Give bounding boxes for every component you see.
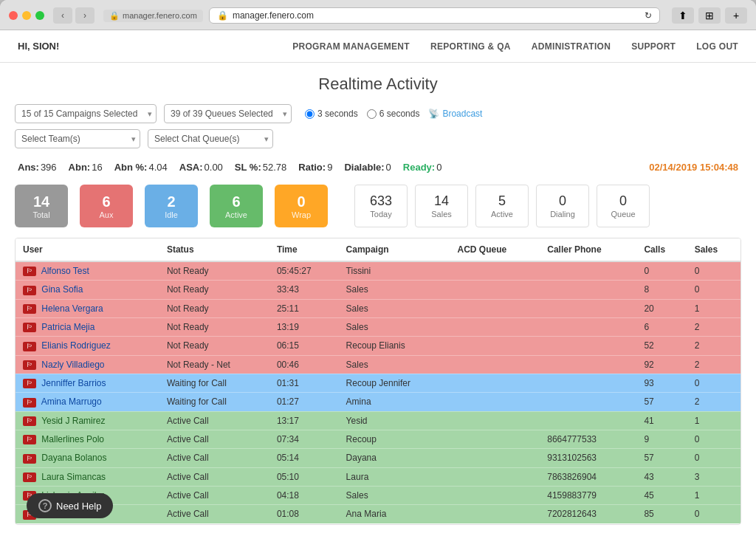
cell-caller-phone [540, 317, 636, 336]
user-link[interactable]: Yesid J Ramirez [41, 416, 105, 426]
user-link[interactable]: Laura Simancas [41, 472, 106, 482]
nav-logout[interactable]: LOG OUT [696, 41, 738, 52]
agents-table: User Status Time Campaign ACD Queue Call… [16, 238, 740, 524]
table-row: 🏳 Ana M Torres Active Call 01:08 Ana Mar… [16, 505, 740, 523]
cell-calls: 20 [636, 299, 687, 317]
cell-user: 🏳 Jenniffer Barrios [16, 374, 159, 392]
user-link[interactable]: Mallerlines Polo [41, 434, 104, 444]
user-link[interactable]: Amina Marrugo [41, 396, 102, 407]
chat-queues-select[interactable]: Select Chat Queue(s) [148, 129, 273, 148]
cell-time: 33:43 [269, 281, 339, 299]
stat-ready: Ready: 0 [403, 162, 442, 173]
user-link[interactable]: Elianis Rodriguez [41, 340, 110, 351]
user-link[interactable]: Dayana Bolanos [41, 453, 106, 463]
dialing-num: 0 [559, 193, 566, 210]
stat-sl: SL %: 52.78 [235, 162, 286, 173]
cell-status: Not Ready [159, 281, 269, 299]
stat-asa: ASA: 0.00 [179, 162, 223, 173]
cell-sales: 2 [687, 393, 740, 411]
need-help-button[interactable]: ? Need Help [27, 493, 113, 518]
queues-filter-wrapper: 39 of 39 Queues Selected [164, 104, 292, 123]
th-caller-phone: Caller Phone [540, 238, 636, 261]
cell-campaign: Laura [339, 467, 450, 486]
cell-time: 01:08 [269, 505, 339, 523]
flag-icon: 🏳 [23, 323, 36, 332]
maximize-button[interactable] [35, 11, 44, 20]
cell-time: 05:14 [269, 449, 339, 467]
cell-acd-queue [450, 281, 540, 299]
table-row: 🏳 Gina Sofia Not Ready 33:43 Sales 8 0 [16, 281, 740, 299]
url-bar[interactable]: 🔒 manager.fenero.com ↻ [209, 7, 660, 24]
close-button[interactable] [9, 11, 18, 20]
cell-sales: 2 [687, 337, 740, 355]
stats-bar: Ans: 396 Abn: 16 Abn %: 4.04 ASA: 0.00 [15, 157, 741, 177]
radio-3sec[interactable] [305, 109, 315, 119]
browser-window: ‹ › 🔒 manager.fenero.com 🔒 manager.fener… [0, 0, 756, 536]
cell-calls: 92 [636, 355, 687, 374]
cell-caller-phone: 9313102563 [540, 449, 636, 467]
user-link[interactable]: Alfonso Test [41, 266, 89, 276]
today-num: 633 [370, 193, 392, 210]
cell-calls: 52 [636, 337, 687, 355]
cell-user: 🏳 Amina Marrugo [16, 393, 159, 411]
cell-sales: 0 [687, 281, 740, 299]
cell-acd-queue [450, 449, 540, 467]
cell-acd-queue [450, 317, 540, 336]
cell-caller-phone [540, 393, 636, 411]
nav-reporting-qa[interactable]: REPORTING & QA [430, 41, 511, 52]
teams-select[interactable]: Select Team(s) [15, 129, 140, 148]
nav-support[interactable]: SUPPORT [631, 41, 676, 52]
broadcast-link[interactable]: 📡 Broadcast [428, 109, 482, 119]
wrap-num: 0 [297, 193, 305, 210]
queues-select[interactable]: 39 of 39 Queues Selected [164, 104, 292, 123]
back-button[interactable]: ‹ [53, 7, 72, 24]
minimize-button[interactable] [22, 11, 31, 20]
main-content: Realtime Activity 15 of 15 Campaigns Sel… [0, 63, 756, 536]
table-row: 🏳 Nazly Villadiego Not Ready - Net 00:46… [16, 355, 740, 374]
flag-icon: 🏳 [23, 379, 36, 388]
cell-caller-phone: 7863826904 [540, 467, 636, 486]
add-tab-button[interactable]: + [725, 7, 747, 24]
radio-6sec[interactable] [367, 109, 377, 119]
call-stat-today: 633 Today [354, 185, 408, 227]
forward-button[interactable]: › [75, 7, 94, 24]
cell-calls: 43 [636, 467, 687, 486]
extensions-button[interactable]: ⊞ [698, 7, 721, 24]
nav-program-management[interactable]: PROGRAM MANAGEMENT [292, 41, 410, 52]
user-link[interactable]: Helena Vergara [41, 303, 103, 314]
traffic-lights [9, 11, 44, 20]
idle-lbl: Idle [165, 210, 178, 219]
idle-num: 2 [167, 193, 175, 210]
stat-ans: Ans: 396 [18, 162, 57, 173]
today-lbl: Today [370, 210, 391, 219]
dialable-label: Dialable: [344, 162, 384, 173]
th-user: User [16, 238, 159, 261]
agent-stats-row: 14 Total 6 Aux 2 Idle 6 Active 0 Wrap [15, 185, 741, 227]
th-sales: Sales [687, 238, 740, 261]
radio-6sec-label[interactable]: 6 seconds [367, 109, 420, 119]
cell-campaign: Sales [339, 317, 450, 336]
cell-sales: 0 [687, 374, 740, 392]
call-active-num: 5 [498, 193, 506, 210]
cell-status: Active Call [159, 449, 269, 467]
user-link[interactable]: Jenniffer Barrios [41, 378, 106, 388]
table-row: 🏳 Patricia Mejia Not Ready 13:19 Sales 6… [16, 317, 740, 336]
th-time: Time [269, 238, 339, 261]
help-circle-icon: ? [38, 499, 52, 512]
stats-left: Ans: 396 Abn: 16 Abn %: 4.04 ASA: 0.00 [18, 162, 441, 173]
nav-administration[interactable]: ADMINISTRATION [532, 41, 611, 52]
user-link[interactable]: Nazly Villadiego [41, 360, 104, 370]
user-link[interactable]: Gina Sofia [41, 284, 83, 295]
cell-sales: 1 [687, 486, 740, 504]
browser-tab[interactable]: 🔒 manager.fenero.com [103, 10, 203, 22]
campaigns-select[interactable]: 15 of 15 Campaigns Selected [15, 104, 157, 123]
user-link[interactable]: Patricia Mejia [41, 322, 94, 332]
radio-3sec-label[interactable]: 3 seconds [305, 109, 358, 119]
cell-status: Not Ready [159, 261, 269, 281]
cell-status: Active Call [159, 411, 269, 430]
share-button[interactable]: ⬆ [672, 7, 694, 24]
cell-calls: 85 [636, 505, 687, 523]
th-acd-queue: ACD Queue [450, 238, 540, 261]
ready-value: 0 [436, 162, 441, 173]
cell-sales: 2 [687, 355, 740, 374]
